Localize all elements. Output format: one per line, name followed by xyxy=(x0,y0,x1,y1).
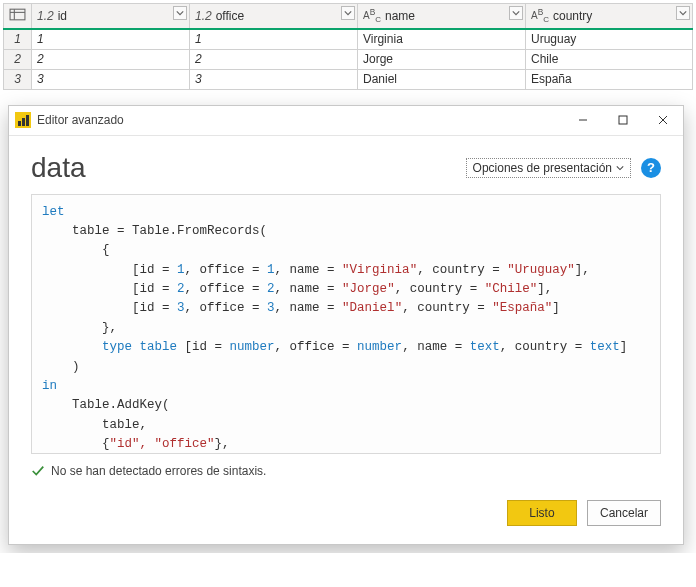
cell-office: 2 xyxy=(190,49,358,69)
cell-office: 1 xyxy=(190,29,358,49)
type-label: 1.2 xyxy=(195,9,212,23)
column-header-country[interactable]: ABC country xyxy=(526,4,693,30)
svg-rect-0 xyxy=(10,9,25,20)
help-icon[interactable]: ? xyxy=(641,158,661,178)
status-bar: No se han detectado errores de sintaxis. xyxy=(31,464,661,478)
cancel-button[interactable]: Cancelar xyxy=(587,500,661,526)
chevron-down-icon[interactable] xyxy=(173,6,187,20)
cell-name: Daniel xyxy=(358,69,526,89)
type-label: ABC xyxy=(531,8,549,24)
chevron-down-icon xyxy=(616,164,624,172)
row-number: 3 xyxy=(4,69,32,89)
cell-country: España xyxy=(526,69,693,89)
cell-office: 3 xyxy=(190,69,358,89)
column-header-id[interactable]: 1.2 id xyxy=(32,4,190,30)
chevron-down-icon[interactable] xyxy=(509,6,523,20)
display-options-label: Opciones de presentación xyxy=(473,161,612,175)
cell-name: Jorge xyxy=(358,49,526,69)
done-button[interactable]: Listo xyxy=(507,500,577,526)
type-label: 1.2 xyxy=(37,9,54,23)
chevron-down-icon[interactable] xyxy=(676,6,690,20)
column-name: office xyxy=(216,9,244,23)
cell-id: 3 xyxy=(32,69,190,89)
minimize-button[interactable] xyxy=(563,105,603,135)
table-row[interactable]: 3 3 3 Daniel España xyxy=(4,69,693,89)
query-name: data xyxy=(31,152,86,184)
status-text: No se han detectado errores de sintaxis. xyxy=(51,464,266,478)
table-row[interactable]: 1 1 1 Virginia Uruguay xyxy=(4,29,693,49)
type-label: ABC xyxy=(363,8,381,24)
table-corner-icon[interactable] xyxy=(4,4,32,30)
code-editor[interactable]: let table = Table.FromRecords( { [id = 1… xyxy=(31,194,661,454)
titlebar: Editor avanzado xyxy=(9,106,683,136)
svg-rect-4 xyxy=(619,116,627,124)
maximize-button[interactable] xyxy=(603,105,643,135)
display-options-dropdown[interactable]: Opciones de presentación xyxy=(466,158,631,178)
table-row[interactable]: 2 2 2 Jorge Chile xyxy=(4,49,693,69)
data-grid: 1.2 id 1.2 office ABC name ABC country xyxy=(3,3,693,90)
cell-id: 1 xyxy=(32,29,190,49)
app-icon xyxy=(15,112,31,128)
advanced-editor-dialog: Editor avanzado data Opciones de present… xyxy=(8,105,684,545)
column-name: id xyxy=(58,9,67,23)
close-button[interactable] xyxy=(643,105,683,135)
check-icon xyxy=(31,464,45,478)
column-name: country xyxy=(553,9,592,23)
cell-name: Virginia xyxy=(358,29,526,49)
column-name: name xyxy=(385,9,415,23)
dialog-title: Editor avanzado xyxy=(37,113,563,127)
cell-id: 2 xyxy=(32,49,190,69)
cell-country: Chile xyxy=(526,49,693,69)
column-header-name[interactable]: ABC name xyxy=(358,4,526,30)
cell-country: Uruguay xyxy=(526,29,693,49)
chevron-down-icon[interactable] xyxy=(341,6,355,20)
row-number: 1 xyxy=(4,29,32,49)
grid-header-row: 1.2 id 1.2 office ABC name ABC country xyxy=(4,4,693,30)
row-number: 2 xyxy=(4,49,32,69)
column-header-office[interactable]: 1.2 office xyxy=(190,4,358,30)
